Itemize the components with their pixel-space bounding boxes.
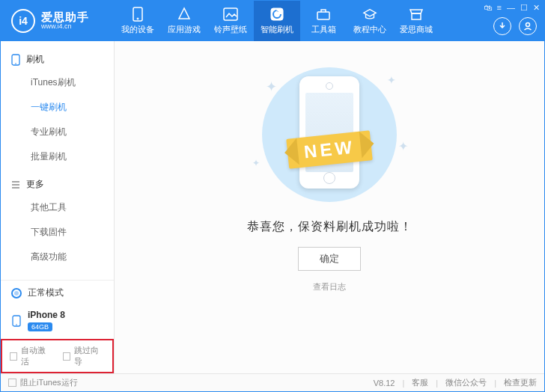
phone-icon [11,54,20,66]
mode-dot-icon [11,288,22,298]
logo-icon: i4 [11,9,35,33]
sidebar-item-other-tools[interactable]: 其他工具 [1,195,114,220]
nav-label: 工具箱 [311,24,336,35]
sidebar-item-itunes-flash[interactable]: iTunes刷机 [1,70,114,95]
nav-toolbox[interactable]: 工具箱 [300,1,347,41]
sidebar-item-download-firmware[interactable]: 下载固件 [1,220,114,245]
separator: | [402,379,404,388]
nav-label: 应用游戏 [168,24,201,35]
titlebar: i4 爱思助手 www.i4.cn 我的设备 应用游戏 铃声壁纸 智能刷机 [1,1,544,41]
toolbox-icon [316,7,331,22]
separator: | [436,379,438,388]
check-update-link[interactable]: 检查更新 [504,377,537,388]
checkbox-label: 跳过向导 [74,345,105,367]
sparkle-icon: ✦ [252,158,260,168]
sidebar-scroll: 刷机 iTunes刷机 一键刷机 专业刷机 批量刷机 更多 其他工具 下载固件 … [1,41,114,280]
brand-url: www.i4.cn [41,23,89,31]
support-link[interactable]: 客服 [412,377,428,388]
footer-options-highlight: 自动激活 跳过向导 [1,339,114,373]
brand-name: 爱思助手 [41,11,89,24]
device-info: iPhone 8 64GB [28,310,65,331]
sparkle-icon: ✦ [387,74,396,86]
window-controls: 🛍 ≡ ― ☐ ✕ [484,4,540,12]
sidebar-item-oneclick-flash[interactable]: 一键刷机 [1,95,114,120]
cart-icon[interactable]: 🛍 [484,4,492,12]
menu-icon[interactable]: ≡ [497,4,502,12]
sidebar-group-more: 更多 [1,174,114,195]
block-itunes-checkbox[interactable]: 阻止iTunes运行 [8,377,78,388]
logo-area: i4 爱思助手 www.i4.cn [1,9,115,33]
checkbox-icon [63,352,70,361]
body: 刷机 iTunes刷机 一键刷机 专业刷机 批量刷机 更多 其他工具 下载固件 … [1,41,544,373]
sparkle-icon: ✦ [398,139,408,153]
nav-ringtones[interactable]: 铃声壁纸 [207,1,254,41]
skip-wizard-checkbox[interactable]: 跳过向导 [63,345,106,367]
phone-icon [130,7,145,22]
sidebar-item-batch-flash[interactable]: 批量刷机 [1,144,114,169]
nav-label: 智能刷机 [261,24,293,35]
svg-point-6 [526,23,530,27]
nav-label: 教程中心 [353,24,386,35]
svg-point-10 [16,324,17,325]
wechat-link[interactable]: 微信公众号 [445,377,487,388]
shop-icon [409,7,424,22]
version-label: V8.12 [374,379,395,388]
device-capacity-badge: 64GB [28,322,52,331]
statusbar-left: 阻止iTunes运行 [8,377,78,388]
main-area: ✦ ✦ ✦ ✦ NEW 恭喜您，保资料刷机成功啦！ 确定 查看日志 [115,41,544,373]
logo-text-mark: i4 [19,15,28,27]
content: ✦ ✦ ✦ ✦ NEW 恭喜您，保资料刷机成功啦！ 确定 查看日志 [115,41,544,373]
sidebar-group-title: 更多 [26,178,44,191]
user-icon[interactable] [519,17,537,35]
sidebar-item-pro-flash[interactable]: 专业刷机 [1,120,114,144]
success-illustration: ✦ ✦ ✦ ✦ NEW [243,64,415,206]
sidebar-bottom: 正常模式 iPhone 8 64GB 自动激活 跳过向导 [1,280,114,373]
view-log-link[interactable]: 查看日志 [313,281,346,293]
close-icon[interactable]: ✕ [533,4,540,12]
sidebar: 刷机 iTunes刷机 一键刷机 专业刷机 批量刷机 更多 其他工具 下载固件 … [1,41,115,373]
statusbar-right: V8.12 | 客服 | 微信公众号 | 检查更新 [374,377,537,388]
statusbar: 阻止iTunes运行 V8.12 | 客服 | 微信公众号 | 检查更新 [1,373,544,391]
graduation-icon [362,7,377,22]
success-text: 恭喜您，保资料刷机成功啦！ [247,219,412,235]
apps-icon [177,7,192,22]
checkbox-label: 阻止iTunes运行 [20,377,78,388]
nav-shop[interactable]: 爱思商城 [393,1,439,41]
auto-activate-checkbox[interactable]: 自动激活 [10,345,52,367]
separator: | [494,379,496,388]
sidebar-item-advanced[interactable]: 高级功能 [1,245,114,269]
device-mode-row[interactable]: 正常模式 [1,281,114,305]
device-row[interactable]: iPhone 8 64GB [1,305,114,339]
checkbox-icon [8,379,16,387]
svg-point-1 [137,18,138,19]
top-nav: 我的设备 应用游戏 铃声壁纸 智能刷机 工具箱 教程中心 [115,1,439,41]
minimize-icon[interactable]: ― [507,4,515,12]
flash-icon [270,7,284,22]
nav-my-device[interactable]: 我的设备 [115,1,161,41]
maximize-icon[interactable]: ☐ [520,4,528,12]
download-icon[interactable] [493,17,511,35]
sidebar-group-title: 刷机 [26,53,44,66]
svg-rect-5 [412,13,421,19]
nav-flash[interactable]: 智能刷机 [254,1,300,41]
app-window: i4 爱思助手 www.i4.cn 我的设备 应用游戏 铃声壁纸 智能刷机 [0,0,545,392]
list-icon [11,180,20,189]
svg-rect-4 [317,12,329,19]
nav-label: 铃声壁纸 [214,24,247,35]
nav-label: 爱思商城 [400,24,433,35]
device-mode-label: 正常模式 [28,287,64,299]
phone-icon [11,315,22,327]
svg-point-8 [15,63,16,64]
checkbox-icon [10,352,17,361]
nav-label: 我的设备 [121,24,154,35]
sparkle-icon: ✦ [266,79,277,95]
checkbox-label: 自动激活 [21,345,52,367]
sidebar-group-flash: 刷机 [1,49,114,70]
nav-tutorials[interactable]: 教程中心 [347,1,393,41]
brand-text: 爱思助手 www.i4.cn [41,11,89,31]
titlebar-right-icons [493,17,537,35]
ok-button[interactable]: 确定 [298,247,361,271]
image-icon [223,7,238,22]
nav-apps[interactable]: 应用游戏 [161,1,207,41]
device-name: iPhone 8 [28,310,65,320]
